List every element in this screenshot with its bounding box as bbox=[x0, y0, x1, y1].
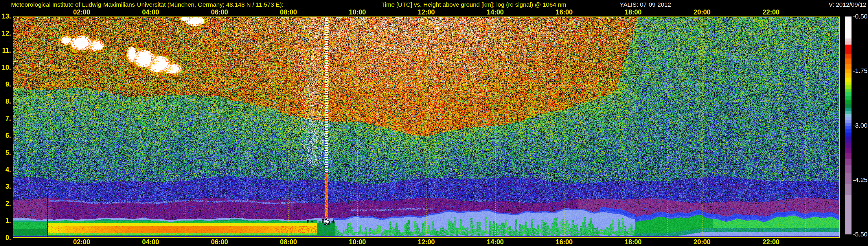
colorbar-tick-label: -5.50 bbox=[853, 230, 867, 238]
x-tick-label-top: 10:00 bbox=[349, 9, 366, 16]
y-tick-label: 8. bbox=[0, 97, 11, 105]
colorbar-tick-label: -0.50 bbox=[853, 13, 867, 20]
x-tick-label-bottom: 22:00 bbox=[763, 239, 779, 245]
instrument-date-label: YALIS: 07-09-2012 bbox=[620, 1, 671, 8]
colorbar-canvas bbox=[845, 17, 851, 235]
x-tick-label-bottom: 02:00 bbox=[73, 239, 90, 245]
x-tick-label-bottom: 14:00 bbox=[487, 239, 504, 245]
y-tick-label: 9. bbox=[0, 81, 11, 88]
y-tick-label: 10. bbox=[0, 64, 11, 71]
x-tick-label-bottom: 06:00 bbox=[211, 239, 228, 245]
x-tick-label-top: 22:00 bbox=[763, 9, 779, 16]
lidar-quicklook-page: { "header": { "institute": "Meteorologic… bbox=[0, 0, 868, 246]
colorbar-tick-label: -3.00 bbox=[853, 122, 867, 129]
y-tick-label: 6. bbox=[0, 132, 11, 140]
x-tick-label-bottom: 10:00 bbox=[349, 239, 366, 245]
y-tick-label: 4. bbox=[0, 166, 11, 174]
y-tick-label: 7. bbox=[0, 115, 11, 122]
x-tick-label-top: 08:00 bbox=[280, 9, 297, 16]
y-tick-label: 0. bbox=[0, 234, 11, 242]
x-tick-label-bottom: 08:00 bbox=[280, 239, 297, 245]
page-title: Time [UTC] vs. Height above ground [km]:… bbox=[381, 1, 566, 8]
x-tick-label-bottom: 04:00 bbox=[142, 239, 159, 245]
header-institute-text: Meteorological Institute of Ludwig-Maxim… bbox=[11, 1, 283, 8]
x-tick-label-top: 16:00 bbox=[556, 9, 573, 16]
y-tick-label: 12. bbox=[0, 30, 11, 37]
y-tick-label: 3. bbox=[0, 183, 11, 190]
x-tick-label-bottom: 18:00 bbox=[625, 239, 642, 245]
x-tick-label-top: 14:00 bbox=[487, 9, 504, 16]
x-tick-label-bottom: 12:00 bbox=[418, 239, 435, 245]
y-tick-label: 2. bbox=[0, 200, 11, 208]
y-tick-label: 1. bbox=[0, 217, 11, 224]
x-tick-label-top: 20:00 bbox=[693, 9, 711, 16]
y-tick-label: 5. bbox=[0, 149, 11, 157]
lidar-heatmap-canvas bbox=[13, 17, 840, 238]
version-label: V: 2012/09/12 bbox=[829, 1, 866, 8]
x-tick-label-top: 06:00 bbox=[211, 9, 228, 16]
x-tick-label-top: 02:00 bbox=[73, 9, 90, 16]
x-tick-label-top: 18:00 bbox=[625, 9, 642, 16]
y-tick-label: 11. bbox=[0, 47, 11, 54]
colorbar-tick-label: -1.75 bbox=[853, 67, 867, 75]
x-tick-label-top: 12:00 bbox=[418, 9, 435, 16]
colorbar-tick-label: -4.25 bbox=[853, 176, 867, 184]
x-tick-label-bottom: 20:00 bbox=[693, 239, 711, 245]
y-tick-label: 13. bbox=[0, 12, 11, 20]
x-tick-label-top: 04:00 bbox=[142, 9, 159, 16]
x-tick-label-bottom: 16:00 bbox=[556, 239, 573, 245]
